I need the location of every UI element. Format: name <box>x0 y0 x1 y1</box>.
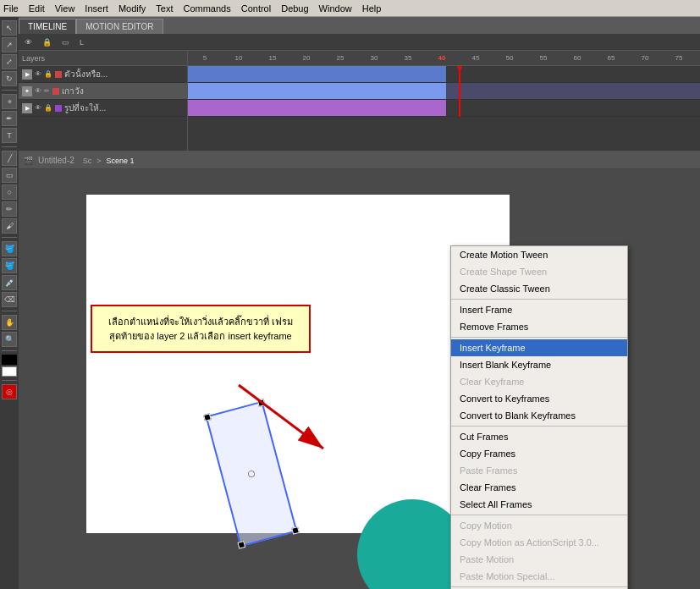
handle-tl[interactable] <box>203 413 212 421</box>
tool-separator-1 <box>2 90 17 91</box>
menu-help[interactable]: Help <box>362 3 382 14</box>
layer-1-icon: ▶ <box>22 69 32 80</box>
layer-2-eye[interactable]: 👁 <box>35 87 41 95</box>
toolbar-left: ↖ ↗ ⤢ ↻ ⌖ ✒ T ╱ ▭ ○ ✏ 🖌 🪣 🪣 💉 ⌫ ✋ 🔍 ◎ <box>0 17 19 589</box>
paint-bucket-tool[interactable]: 🪣 <box>2 258 17 273</box>
separator-5 <box>451 586 627 587</box>
layer-2-color <box>52 88 59 95</box>
menu-edit[interactable]: Edit <box>29 3 45 14</box>
layer-3-color <box>55 105 62 112</box>
brush-tool[interactable]: 🖌 <box>2 218 17 234</box>
menu-insert[interactable]: Insert <box>85 3 108 14</box>
layer-header: Layers <box>19 51 187 66</box>
tool-separator-6 <box>2 380 17 381</box>
menu-file[interactable]: File <box>3 3 19 14</box>
menu-clear-keyframe: Clear Keyframe <box>451 373 627 390</box>
menu-create-classic-tween[interactable]: Create Classic Tween <box>451 280 627 297</box>
menu-insert-keyframe[interactable]: Insert Keyframe <box>451 339 627 356</box>
layer-2-pencil[interactable]: ✏ <box>44 87 50 95</box>
tl-lock-icon[interactable]: 🔒 <box>40 37 54 47</box>
frame-num-10: 10 <box>222 54 256 62</box>
layer-1-lock[interactable]: 🔒 <box>44 70 52 78</box>
scene-icon: 🎬 <box>24 157 33 165</box>
menu-commands[interactable]: Commands <box>183 3 230 14</box>
layer-1-name: ตัวนั้งหรือ... <box>64 68 107 80</box>
frame-row-2[interactable] <box>188 83 700 100</box>
menu-view[interactable]: View <box>55 3 75 14</box>
line-tool[interactable]: ╱ <box>2 151 17 166</box>
layer-3-eye[interactable]: 👁 <box>35 104 41 112</box>
tool-separator-5 <box>2 350 17 351</box>
menu-copy-frames[interactable]: Copy Frames <box>451 445 627 462</box>
menu-text[interactable]: Text <box>156 3 173 14</box>
subselect-tool[interactable]: ↗ <box>2 37 17 52</box>
menu-cut-frames[interactable]: Cut Frames <box>451 428 627 445</box>
tab-timeline[interactable]: TIMELINE <box>19 19 76 34</box>
menu-insert-blank-keyframe[interactable]: Insert Blank Keyframe <box>451 356 627 373</box>
scene-label[interactable]: Sc <box>83 157 92 165</box>
menu-control[interactable]: Control <box>241 3 271 14</box>
layer-row-1[interactable]: ▶ 👁 🔒 ตัวนั้งหรือ... <box>19 66 187 83</box>
eyedropper-tool[interactable]: 💉 <box>2 275 17 290</box>
zoom-tool[interactable]: 🔍 <box>2 332 17 347</box>
frame-num-25: 25 <box>323 54 357 62</box>
frame-num-60: 60 <box>560 54 594 62</box>
menu-modify[interactable]: Modify <box>119 3 146 14</box>
arrow-tool[interactable]: ↖ <box>2 20 17 36</box>
frame-num-70: 70 <box>628 54 662 62</box>
layer-3-icon: ▶ <box>22 103 32 113</box>
menu-debug[interactable]: Debug <box>281 3 308 14</box>
frame-num-35: 35 <box>391 54 425 62</box>
eraser-tool[interactable]: ⌫ <box>2 292 17 307</box>
tl-outline-icon[interactable]: ▭ <box>59 37 72 47</box>
stroke-color[interactable] <box>2 355 17 365</box>
tool-separator-2 <box>2 146 17 147</box>
handle-bl[interactable] <box>237 541 245 549</box>
frame-num-30: 30 <box>357 54 391 62</box>
layer-row-3[interactable]: ▶ 👁 🔒 รูปที่จะให้... <box>19 100 187 117</box>
frame-row-1[interactable] <box>188 66 700 83</box>
menu-create-motion-tween[interactable]: Create Motion Tween <box>451 246 627 263</box>
frames-panel: 5 10 15 20 25 30 35 40 45 50 55 60 65 70… <box>188 51 700 151</box>
frame-row-3[interactable] <box>188 100 700 117</box>
menu-convert-to-keyframes[interactable]: Convert to Keyframes <box>451 390 627 407</box>
pencil-tool[interactable]: ✏ <box>2 201 17 217</box>
edit-bar: 🎬 Untitled-2 Sc > Scene 1 <box>19 152 700 169</box>
handle-br[interactable] <box>291 526 300 535</box>
text-tool[interactable]: T <box>2 128 17 143</box>
frame-num-40: 40 <box>425 54 459 62</box>
frame-ruler: 5 10 15 20 25 30 35 40 45 50 55 60 65 70… <box>188 51 700 66</box>
layer-header-label: Layers <box>22 54 45 63</box>
layers-panel: Layers ▶ 👁 🔒 ตัวนั้งหรือ... ✦ 👁 ✏ เกาวัง <box>19 51 188 151</box>
tool-separator-3 <box>2 237 17 238</box>
snap-tool[interactable]: ◎ <box>2 384 17 399</box>
layer-1-eye[interactable]: 👁 <box>35 70 41 78</box>
tl-eye-icon[interactable]: 👁 <box>22 37 35 47</box>
layer-3-lock[interactable]: 🔒 <box>44 104 52 112</box>
menu-convert-to-blank-keyframes[interactable]: Convert to Blank Keyframes <box>451 407 627 424</box>
menu-select-all-frames[interactable]: Select All Frames <box>451 496 627 513</box>
tab-motion-editor[interactable]: MOTION EDITOR <box>76 19 163 34</box>
hand-tool[interactable]: ✋ <box>2 315 17 330</box>
menu-create-shape-tween: Create Shape Tween <box>451 263 627 280</box>
layer-row-2[interactable]: ✦ 👁 ✏ เกาวัง <box>19 83 187 100</box>
3d-rotate-tool[interactable]: ↻ <box>2 71 17 86</box>
menu-bar: File Edit View Insert Modify Text Comman… <box>0 0 700 17</box>
canvas-area[interactable]: เลือกตำแหน่งที่จะให้เงาวิ่งแล้วคลิ๊กขวาท… <box>19 169 700 589</box>
timeline-content: Layers ▶ 👁 🔒 ตัวนั้งหรือ... ✦ 👁 ✏ เกาวัง <box>19 51 700 151</box>
oval-tool[interactable]: ○ <box>2 184 17 200</box>
frame-num-50: 50 <box>493 54 526 62</box>
lasso-tool[interactable]: ⌖ <box>2 94 17 109</box>
ink-bottle-tool[interactable]: 🪣 <box>2 241 17 256</box>
menu-window[interactable]: Window <box>319 3 352 14</box>
rect-tool[interactable]: ▭ <box>2 168 17 183</box>
menu-clear-frames[interactable]: Clear Frames <box>451 479 627 496</box>
fill-color[interactable] <box>2 366 17 377</box>
menu-insert-frame[interactable]: Insert Frame <box>451 301 627 318</box>
playhead <box>459 66 460 117</box>
frame-rows <box>188 66 700 117</box>
menu-remove-frames[interactable]: Remove Frames <box>451 318 627 335</box>
freeform-tool[interactable]: ⤢ <box>2 54 17 69</box>
menu-paste-frames: Paste Frames <box>451 462 627 479</box>
pen-tool[interactable]: ✒ <box>2 111 17 126</box>
